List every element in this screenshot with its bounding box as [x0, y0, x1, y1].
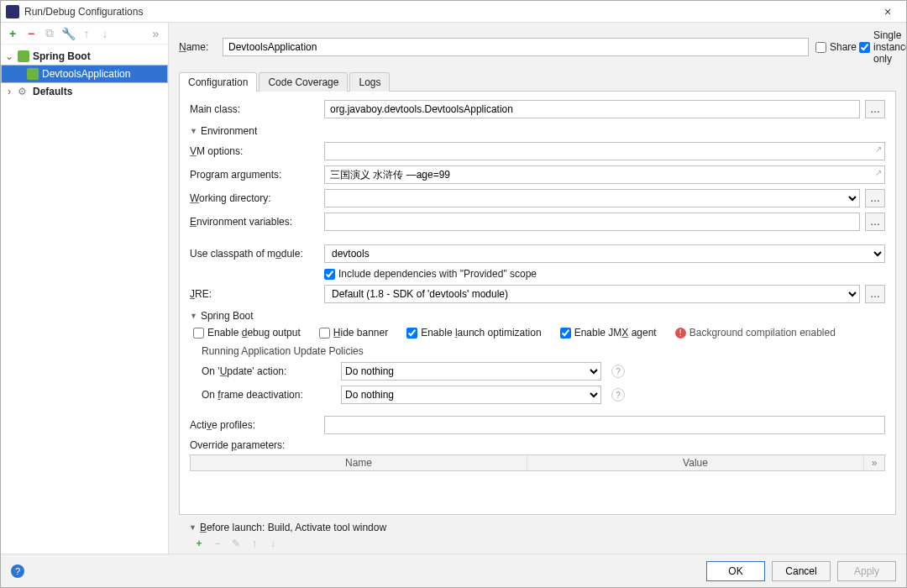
help-button[interactable]: ?: [11, 564, 24, 578]
configuration-panel: Main class: … ▼ Environment VM options: …: [179, 92, 896, 515]
spring-boot-section-header[interactable]: ▼ Spring Boot: [190, 310, 885, 322]
spring-boot-icon: [27, 68, 39, 80]
before-launch-edit-button: ✎: [229, 537, 243, 550]
dialog-footer: ? OK Cancel Apply: [1, 554, 906, 587]
browse-jre-button[interactable]: …: [865, 285, 885, 303]
environment-section-header[interactable]: ▼ Environment: [190, 125, 885, 137]
warning-icon: !: [675, 328, 686, 339]
config-tree[interactable]: ⌄ Spring Boot DevtoolsApplication › ⚙ De…: [1, 45, 168, 554]
apply-button: Apply: [837, 561, 896, 581]
before-launch-down-button: ↓: [266, 537, 280, 550]
working-directory-input[interactable]: [324, 189, 860, 207]
copy-config-button[interactable]: ⧉: [43, 27, 56, 40]
jre-select[interactable]: Default (1.8 - SDK of 'devtools' module): [324, 285, 860, 303]
on-update-label: On 'Update' action:: [202, 365, 336, 377]
enable-debug-checkbox[interactable]: Enable debug output: [193, 327, 301, 339]
override-parameters-table-header: Name Value »: [190, 454, 885, 471]
help-icon[interactable]: ?: [611, 388, 625, 402]
app-icon: [6, 5, 19, 18]
cancel-button[interactable]: Cancel: [772, 561, 831, 581]
enable-launch-optimization-checkbox[interactable]: Enable launch optimization: [406, 327, 541, 339]
expand-icon[interactable]: ↗: [875, 144, 882, 154]
scroll-right-icon[interactable]: »: [864, 455, 884, 470]
column-name: Name: [191, 455, 527, 470]
sidebar-toolbar: + − ⧉ 🔧 ↑ ↓ »: [1, 23, 168, 45]
tab-logs[interactable]: Logs: [349, 72, 390, 92]
window-title: Run/Debug Configurations: [24, 6, 874, 18]
chevron-down-icon: ▼: [190, 312, 197, 320]
on-frame-deactivation-select[interactable]: Do nothing: [341, 386, 601, 404]
name-row: Name: Share Single instance only: [179, 29, 896, 65]
gear-icon: ⚙: [18, 86, 29, 97]
spring-boot-icon: [18, 50, 29, 62]
tree-node-spring-boot[interactable]: ⌄ Spring Boot: [1, 48, 168, 65]
before-launch-add-button[interactable]: +: [192, 537, 206, 550]
add-config-button[interactable]: +: [6, 27, 19, 40]
move-up-button: ↑: [80, 27, 93, 40]
main-class-input[interactable]: [324, 100, 860, 118]
before-launch-remove-button: −: [211, 537, 224, 550]
tab-configuration[interactable]: Configuration: [179, 72, 257, 92]
program-arguments-label: Program arguments:: [190, 169, 319, 181]
hide-banner-checkbox[interactable]: Hide banner: [319, 327, 388, 339]
tab-code-coverage[interactable]: Code Coverage: [259, 72, 348, 92]
tree-label: Defaults: [33, 86, 72, 97]
working-directory-label: Working directory:: [190, 192, 319, 204]
chevron-down-icon: ▼: [189, 523, 197, 532]
program-arguments-input[interactable]: [324, 165, 885, 184]
override-parameters-label: Override parameters:: [190, 439, 885, 451]
move-down-button: ↓: [98, 27, 112, 40]
edit-defaults-button[interactable]: 🔧: [61, 27, 75, 40]
background-compilation-warning: !Background compilation enabled: [675, 327, 836, 339]
configurations-sidebar: + − ⧉ 🔧 ↑ ↓ » ⌄ Spring Boot DevtoolsAppl…: [1, 23, 169, 554]
single-instance-checkbox[interactable]: Single instance only: [859, 29, 896, 65]
close-icon[interactable]: ×: [874, 5, 901, 18]
include-provided-checkbox[interactable]: Include dependencies with "Provided" sco…: [324, 268, 537, 280]
update-policies-header: Running Application Update Policies: [202, 345, 885, 357]
main-panel: Name: Share Single instance only Configu…: [169, 23, 906, 554]
name-input[interactable]: [223, 38, 809, 56]
enable-jmx-checkbox[interactable]: Enable JMX agent: [560, 327, 657, 339]
tree-label: DevtoolsApplication: [42, 68, 130, 80]
more-icon[interactable]: »: [149, 27, 163, 40]
active-profiles-label: Active profiles:: [190, 419, 319, 431]
chevron-down-icon: ▼: [190, 127, 197, 135]
tree-label: Spring Boot: [33, 50, 91, 62]
jre-label: JRE:: [190, 288, 319, 300]
browse-env-vars-button[interactable]: …: [865, 213, 885, 231]
run-debug-configurations-dialog: Run/Debug Configurations × + − ⧉ 🔧 ↑ ↓ »…: [0, 0, 907, 588]
on-update-select[interactable]: Do nothing: [341, 362, 601, 381]
tree-node-defaults[interactable]: › ⚙ Defaults: [1, 83, 168, 100]
chevron-down-icon[interactable]: ⌄: [4, 50, 14, 62]
remove-config-button[interactable]: −: [24, 27, 38, 40]
env-vars-input[interactable]: [324, 213, 860, 231]
help-icon[interactable]: ?: [611, 365, 625, 378]
vm-options-label: VM options:: [190, 145, 319, 157]
share-checkbox[interactable]: Share: [815, 41, 852, 53]
ok-button[interactable]: OK: [706, 561, 765, 581]
before-launch-section: ▼ Before launch: Build, Activate tool wi…: [179, 515, 896, 554]
expand-icon[interactable]: ↗: [875, 168, 882, 177]
tree-node-devtools-application[interactable]: DevtoolsApplication: [1, 65, 168, 83]
column-value: Value: [527, 455, 864, 470]
before-launch-header[interactable]: ▼ Before launch: Build, Activate tool wi…: [189, 522, 886, 533]
on-frame-deactivation-label: On frame deactivation:: [202, 389, 336, 401]
env-vars-label: Environment variables:: [190, 216, 319, 228]
name-label: Name:: [179, 41, 216, 53]
browse-working-dir-button[interactable]: …: [865, 189, 885, 207]
active-profiles-input[interactable]: [324, 416, 885, 434]
browse-main-class-button[interactable]: …: [865, 100, 885, 118]
main-class-label: Main class:: [190, 103, 319, 115]
titlebar: Run/Debug Configurations ×: [1, 1, 906, 23]
classpath-module-select[interactable]: devtools: [324, 244, 885, 263]
vm-options-input[interactable]: [324, 142, 885, 160]
tab-bar: Configuration Code Coverage Logs: [179, 71, 896, 92]
before-launch-up-button: ↑: [248, 537, 261, 550]
chevron-right-icon[interactable]: ›: [4, 86, 14, 97]
classpath-module-label: Use classpath of module:: [190, 248, 319, 260]
